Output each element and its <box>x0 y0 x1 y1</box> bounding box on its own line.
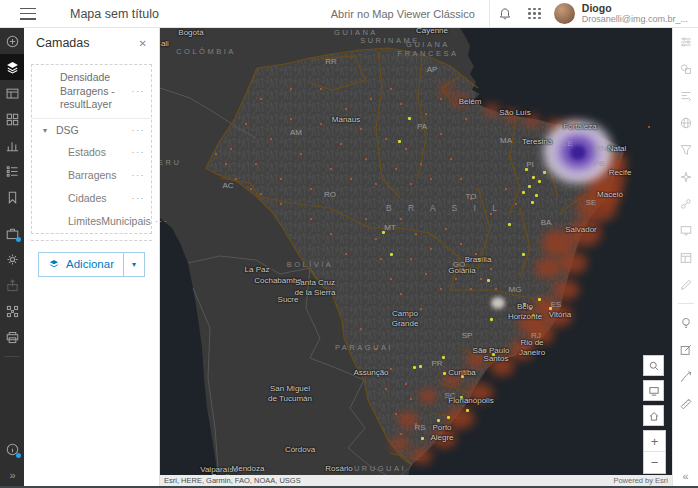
info-indicator <box>16 453 21 458</box>
avatar[interactable] <box>554 3 575 24</box>
user-name: Diogo <box>582 2 688 14</box>
labels-pencil-icon[interactable] <box>673 271 698 298</box>
dam-density-cluster <box>453 94 467 105</box>
zoom-out-button[interactable]: − <box>644 452 665 473</box>
layer-options-icon[interactable]: ··· <box>128 170 146 180</box>
add-icon[interactable] <box>0 28 24 54</box>
unsaved-indicator <box>16 237 21 242</box>
dam-density-cluster <box>412 448 432 464</box>
layer-group-dsg[interactable]: ▾ DSG ··· <box>32 118 151 141</box>
heatmap-blob <box>570 145 586 160</box>
add-layer-button[interactable]: Adicionar ▾ <box>38 252 145 277</box>
attribute-table-icon[interactable] <box>673 244 698 271</box>
layer-name: Cidades <box>68 192 107 204</box>
close-icon[interactable]: ✕ <box>135 36 151 51</box>
sketch-icon[interactable] <box>673 363 698 390</box>
layer-options-icon[interactable]: ··· <box>151 216 169 226</box>
add-layer-main[interactable]: Adicionar <box>39 253 124 276</box>
dam-density-cluster <box>419 389 437 403</box>
filter-funnel-icon[interactable] <box>673 136 698 163</box>
dam-density-cluster <box>505 110 519 121</box>
layer-name: Barragens <box>68 169 116 181</box>
layer-item-limitesmunicipais[interactable]: LimitesMunicipais ··· <box>32 210 151 233</box>
save-icon[interactable] <box>0 220 24 246</box>
chevron-down-icon[interactable]: ▾ <box>43 125 47 134</box>
screen-icon[interactable] <box>643 380 664 401</box>
notifications-bell-icon[interactable] <box>490 0 520 28</box>
heatmap-light-blob <box>491 297 505 309</box>
print-icon[interactable] <box>0 324 24 350</box>
layer-options-icon[interactable]: ··· <box>128 147 146 157</box>
app-launcher-grid-icon[interactable] <box>520 0 550 28</box>
expand-icon[interactable]: » <box>0 462 24 488</box>
effects-sparkle-icon[interactable] <box>673 163 698 190</box>
search-icon[interactable] <box>643 355 664 376</box>
add-layer-dropdown[interactable]: ▾ <box>124 253 144 276</box>
menu-icon[interactable] <box>20 8 36 20</box>
layer-options-icon[interactable]: ··· <box>128 193 146 203</box>
layer-name: DSG <box>56 124 79 136</box>
user-menu[interactable]: Diogo Drosanelli@img.com.br_... <box>554 2 688 24</box>
layer-item-densidade-barragens[interactable]: Densidade Barragens - resultLayer ··· <box>32 65 151 118</box>
layers-list: Densidade Barragens - resultLayer ··· ▾ … <box>31 64 152 234</box>
layer-item-estados[interactable]: Estados ··· <box>32 141 151 164</box>
popups-icon[interactable] <box>673 217 698 244</box>
dam-density-cluster <box>510 340 534 359</box>
bookmarks-icon[interactable] <box>0 184 24 210</box>
page-title: Mapa sem título <box>70 7 159 21</box>
layers-icon[interactable] <box>0 54 24 80</box>
dam-density-cluster <box>391 437 409 451</box>
suggestions-icon[interactable] <box>673 309 698 336</box>
dam-density-cluster <box>490 356 514 375</box>
fields-list-icon[interactable] <box>673 82 698 109</box>
layer-name: Estados <box>68 146 106 158</box>
dam-density-cluster <box>542 230 574 256</box>
layer-options-icon[interactable]: ··· <box>128 86 146 98</box>
table-icon[interactable] <box>0 80 24 106</box>
styles-icon[interactable] <box>673 55 698 82</box>
measure-icon[interactable] <box>673 390 698 417</box>
dam-density-cluster <box>553 280 579 301</box>
charts-icon[interactable] <box>0 132 24 158</box>
user-text: Diogo Drosanelli@img.com.br_... <box>582 2 688 24</box>
dam-density-cluster <box>466 352 486 368</box>
dam-density-cluster <box>432 428 456 447</box>
basemap-icon[interactable] <box>0 106 24 132</box>
legend-icon[interactable] <box>0 158 24 184</box>
map-properties-gear-icon[interactable] <box>0 246 24 272</box>
open-classic-link[interactable]: Abrir no Map Viewer Clássico <box>331 8 475 20</box>
contents-toolbar: » <box>0 28 24 488</box>
home-icon[interactable] <box>643 405 664 426</box>
dam-density-cluster <box>443 373 461 387</box>
add-layer-label: Adicionar <box>66 258 114 270</box>
user-org: Drosanelli@img.com.br_... <box>582 14 688 24</box>
properties-sliders-icon[interactable] <box>673 28 698 55</box>
collapse-icon[interactable]: « <box>682 470 688 482</box>
dam-density-cluster <box>446 407 474 429</box>
dam-density-cluster <box>535 258 561 279</box>
map-controls: + − <box>643 355 666 474</box>
basemap-sphere-icon[interactable] <box>673 109 698 136</box>
map-viewer-app: Mapa sem título Abrir no Map Viewer Clás… <box>0 0 698 488</box>
zoom-control: + − <box>643 430 666 474</box>
share-icon <box>0 272 24 298</box>
dam-density-cluster <box>484 104 500 117</box>
layer-name: Densidade Barragens - resultLayer <box>60 71 128 112</box>
layer-item-cidades[interactable]: Cidades ··· <box>32 187 151 210</box>
edit-icon[interactable] <box>673 336 698 363</box>
aggregation-icon[interactable] <box>673 190 698 217</box>
embed-icon[interactable] <box>0 298 24 324</box>
attribution-bar: Esri, HERE, Garmin, FAO, NOAA, USGS Powe… <box>160 475 672 486</box>
settings-toolbar: « <box>672 28 698 488</box>
layers-panel-title: Camadas <box>36 36 90 50</box>
layer-item-barragens[interactable]: Barragens ··· <box>32 164 151 187</box>
zoom-in-button[interactable]: + <box>644 431 665 452</box>
attribution-sources: Esri, HERE, Garmin, FAO, NOAA, USGS <box>164 476 301 485</box>
dam-density-cluster <box>467 383 493 404</box>
dam-density-cluster <box>440 85 452 95</box>
info-icon[interactable] <box>0 436 24 462</box>
map-canvas[interactable]: + − Esri, HERE, Garmin, FAO, NOAA, USGS … <box>160 28 672 488</box>
dam-density-cluster <box>524 115 540 128</box>
topbar-right: Abrir no Map Viewer Clássico Diogo Drosa… <box>331 0 698 27</box>
layer-options-icon[interactable]: ··· <box>128 125 146 135</box>
